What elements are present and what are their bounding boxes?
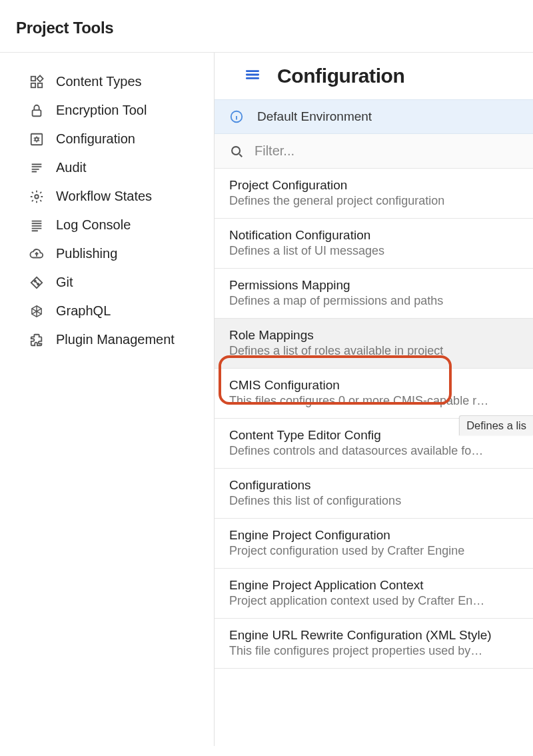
log-icon bbox=[29, 218, 44, 233]
config-item-title: Engine Project Configuration bbox=[229, 528, 518, 543]
page-title: Project Tools bbox=[0, 0, 533, 52]
graphql-icon bbox=[29, 304, 44, 319]
svg-rect-5 bbox=[31, 133, 43, 145]
widgets-icon bbox=[29, 75, 44, 89]
gear-icon bbox=[29, 189, 44, 204]
main-title: Configuration bbox=[277, 65, 404, 87]
config-item-title: CMIS Configuration bbox=[229, 378, 518, 393]
filter-input[interactable] bbox=[255, 143, 533, 159]
config-item-desc: Defines the general project configuratio… bbox=[229, 194, 492, 208]
filter-row bbox=[215, 134, 533, 169]
sidebar-item-configuration[interactable]: Configuration bbox=[29, 125, 214, 153]
git-icon bbox=[29, 275, 44, 290]
sidebar-item-label: Content Types bbox=[56, 74, 142, 89]
sidebar-item-graphql[interactable]: GraphQL bbox=[29, 297, 214, 325]
svg-rect-2 bbox=[31, 83, 35, 87]
cloud-upload-icon bbox=[29, 247, 44, 261]
sidebar-item-content-types[interactable]: Content Types bbox=[29, 67, 214, 96]
sidebar: Content Types Encryption Tool Configurat… bbox=[0, 53, 215, 746]
config-item-title: Role Mappings bbox=[229, 328, 518, 343]
sidebar-item-label: Log Console bbox=[56, 217, 131, 233]
sidebar-item-workflow-states[interactable]: Workflow States bbox=[29, 182, 214, 211]
settings-box-icon bbox=[29, 132, 44, 147]
config-item-permissions-mapping[interactable]: Permissions Mapping Defines a map of per… bbox=[215, 269, 533, 319]
config-item-desc: Defines a list of UI messages bbox=[229, 244, 492, 258]
config-item-title: Notification Configuration bbox=[229, 228, 518, 243]
sidebar-item-label: Workflow States bbox=[56, 189, 152, 204]
config-item-notification-configuration[interactable]: Notification Configuration Defines a lis… bbox=[215, 219, 533, 269]
config-item-role-mappings[interactable]: Role Mappings Defines a list of roles av… bbox=[215, 319, 533, 369]
config-item-title: Engine Project Application Context bbox=[229, 578, 518, 593]
info-icon bbox=[229, 109, 244, 124]
config-item-engine-url-rewrite-configuration[interactable]: Engine URL Rewrite Configuration (XML St… bbox=[215, 619, 533, 669]
config-item-desc: Defines this list of configurations bbox=[229, 494, 492, 508]
config-item-engine-project-application-context[interactable]: Engine Project Application Context Proje… bbox=[215, 569, 533, 619]
lock-icon bbox=[29, 103, 44, 118]
config-item-desc: Defines a map of permissions and paths bbox=[229, 294, 492, 308]
lines-icon bbox=[29, 161, 44, 175]
config-item-title: Configurations bbox=[229, 478, 518, 493]
config-item-desc: This file configures project properties … bbox=[229, 644, 492, 658]
config-item-desc: Defines a list of roles available in pro… bbox=[229, 344, 492, 358]
sidebar-item-git[interactable]: Git bbox=[29, 268, 214, 297]
sidebar-item-label: Publishing bbox=[56, 246, 117, 261]
sidebar-item-label: Configuration bbox=[56, 131, 135, 147]
sidebar-item-label: Plugin Management bbox=[56, 332, 175, 347]
svg-rect-0 bbox=[31, 76, 35, 80]
svg-rect-4 bbox=[33, 110, 41, 116]
config-item-project-configuration[interactable]: Project Configuration Defines the genera… bbox=[215, 169, 533, 219]
svg-point-8 bbox=[35, 280, 36, 281]
sidebar-item-label: Encryption Tool bbox=[56, 103, 147, 118]
config-item-cmis-configuration[interactable]: CMIS Configuration This files configures… bbox=[215, 369, 533, 419]
sidebar-item-encryption-tool[interactable]: Encryption Tool bbox=[29, 96, 214, 125]
config-item-title: Engine URL Rewrite Configuration (XML St… bbox=[229, 628, 518, 643]
sidebar-item-log-console[interactable]: Log Console bbox=[29, 211, 214, 239]
config-item-title: Permissions Mapping bbox=[229, 278, 518, 293]
config-item-desc: Project configuration used by Crafter En… bbox=[229, 544, 492, 558]
search-icon bbox=[229, 144, 244, 159]
config-item-configurations[interactable]: Configurations Defines this list of conf… bbox=[215, 469, 533, 519]
environment-label: Default Environment bbox=[257, 109, 372, 124]
config-item-engine-project-configuration[interactable]: Engine Project Configuration Project con… bbox=[215, 519, 533, 569]
config-item-desc: Defines controls and datasources availab… bbox=[229, 444, 492, 458]
sidebar-item-plugin-management[interactable]: Plugin Management bbox=[29, 325, 214, 354]
config-item-desc: Project application context used by Craf… bbox=[229, 594, 492, 608]
extension-icon bbox=[29, 333, 44, 347]
svg-rect-1 bbox=[37, 75, 43, 81]
tooltip: Defines a lis bbox=[459, 415, 533, 435]
main-panel: Configuration Default Environment Projec… bbox=[215, 53, 533, 746]
svg-rect-3 bbox=[38, 83, 42, 87]
svg-point-7 bbox=[35, 195, 39, 199]
config-item-title: Project Configuration bbox=[229, 178, 518, 193]
svg-point-11 bbox=[232, 147, 240, 155]
hamburger-menu-button[interactable] bbox=[244, 66, 261, 86]
svg-point-6 bbox=[35, 137, 39, 141]
sidebar-item-publishing[interactable]: Publishing bbox=[29, 239, 214, 268]
sidebar-item-label: GraphQL bbox=[56, 303, 111, 319]
sidebar-item-audit[interactable]: Audit bbox=[29, 153, 214, 182]
environment-banner: Default Environment bbox=[215, 99, 533, 134]
sidebar-item-label: Git bbox=[56, 275, 73, 290]
config-item-desc: This files configures 0 or more CMIS-cap… bbox=[229, 394, 492, 408]
sidebar-item-label: Audit bbox=[56, 160, 87, 175]
